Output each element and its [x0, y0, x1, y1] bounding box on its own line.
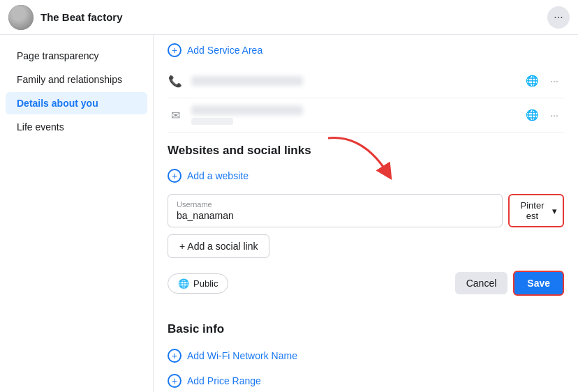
add-price-plus-icon: + — [168, 374, 181, 388]
email-sub-label — [191, 118, 233, 125]
add-website-label: Add a website — [187, 170, 249, 181]
add-wifi-button[interactable]: + Add Wi-Fi Network Name — [168, 343, 564, 368]
email-contact-item: ✉ 🌐 ··· — [168, 98, 564, 133]
add-wifi-label: Add Wi-Fi Network Name — [187, 350, 297, 361]
add-social-link-label: + Add a social link — [179, 241, 258, 252]
save-button[interactable]: Save — [513, 271, 564, 296]
header-left: The Beat factory — [8, 5, 123, 30]
more-dots-icon: ··· — [554, 11, 563, 24]
page-title: The Beat factory — [40, 11, 123, 23]
username-section: Username Pinter est ▾ — [168, 194, 564, 227]
username-label: Username — [177, 200, 494, 209]
username-row: Username Pinter est ▾ — [168, 194, 564, 227]
chevron-down-icon: ▾ — [552, 206, 557, 216]
basic-info-heading: Basic info — [168, 311, 564, 343]
sidebar-item-page-transparency[interactable]: Page transparency — [6, 45, 147, 67]
public-label: Public — [193, 278, 218, 289]
plus-circle-icon: + — [168, 43, 181, 57]
public-privacy-button[interactable]: 🌐 Public — [168, 273, 228, 294]
add-price-label: Add Price Range — [187, 375, 261, 386]
add-social-link-button[interactable]: + Add a social link — [168, 234, 269, 258]
add-website-plus-icon: + — [168, 169, 181, 183]
add-service-area-label: Add Service Area — [187, 45, 262, 56]
email-globe-icon: 🌐 — [524, 107, 540, 123]
content-area: + Add Service Area 📞 🌐 ··· ✉ 🌐 ··· — [154, 35, 578, 392]
action-buttons: Cancel Save — [455, 271, 564, 296]
phone-actions: 🌐 ··· — [524, 71, 564, 91]
add-service-area-button[interactable]: + Add Service Area — [168, 35, 564, 64]
sidebar: Page transparency Family and relationshi… — [0, 35, 154, 392]
phone-icon: 📞 — [168, 73, 183, 89]
phone-options-button[interactable]: ··· — [544, 71, 564, 91]
add-price-button[interactable]: + Add Price Range — [168, 368, 564, 392]
phone-globe-icon: 🌐 — [524, 73, 540, 89]
websites-section-heading: Websites and social links — [168, 133, 564, 165]
username-input-wrapper: Username — [168, 194, 503, 227]
email-text — [191, 105, 515, 125]
sidebar-item-details-about-you[interactable]: Details about you — [6, 92, 147, 114]
phone-text — [191, 76, 515, 86]
main-layout: Page transparency Family and relationshi… — [0, 35, 578, 392]
basic-info-section: Basic info + Add Wi-Fi Network Name + Ad… — [168, 311, 564, 392]
header: The Beat factory ··· — [0, 0, 578, 35]
more-options-button[interactable]: ··· — [547, 6, 570, 29]
email-options-button[interactable]: ··· — [544, 105, 564, 125]
sidebar-item-family-relationships[interactable]: Family and relationships — [6, 68, 147, 91]
platform-label: Pinter est — [515, 200, 549, 221]
add-wifi-plus-icon: + — [168, 349, 181, 363]
add-website-button[interactable]: + Add a website — [168, 165, 564, 187]
phone-contact-item: 📞 🌐 ··· — [168, 64, 564, 98]
platform-dropdown[interactable]: Pinter est ▾ — [508, 194, 564, 227]
phone-blurred-value — [191, 76, 303, 86]
username-input[interactable] — [177, 210, 494, 221]
cancel-button[interactable]: Cancel — [455, 272, 508, 294]
globe-privacy-icon: 🌐 — [178, 278, 189, 289]
privacy-row: 🌐 Public Cancel Save — [168, 266, 564, 300]
sidebar-item-life-events[interactable]: Life events — [6, 116, 147, 138]
email-actions: 🌐 ··· — [524, 105, 564, 125]
email-blurred-value — [191, 105, 303, 115]
avatar — [8, 5, 34, 30]
email-icon: ✉ — [168, 107, 183, 123]
